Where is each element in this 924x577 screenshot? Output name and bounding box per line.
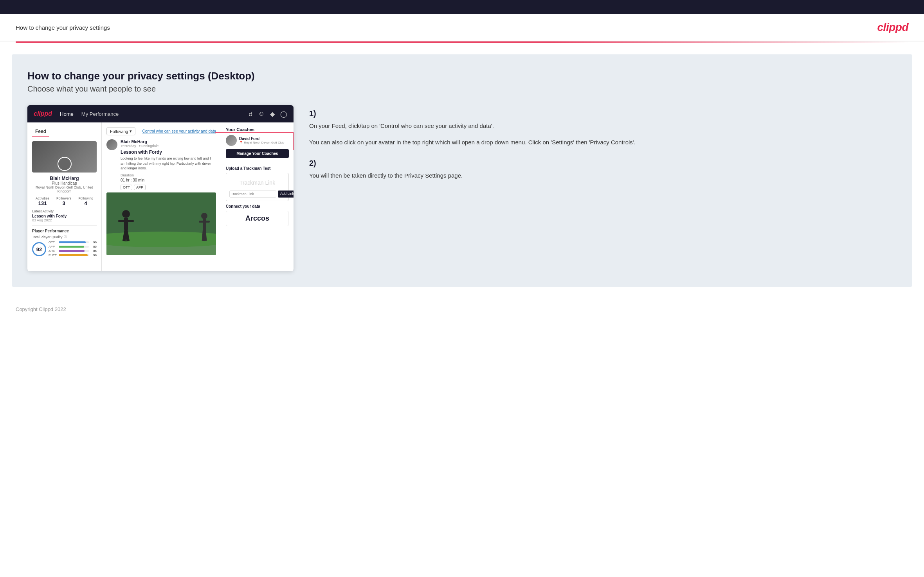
profile-stats: Activities 131 Followers 3 Following 4	[32, 196, 97, 206]
bar-putt-label: PUTT	[49, 253, 57, 257]
location-icon: 📍	[239, 141, 243, 144]
mock-nav-icons: ☌ ☺ ◆ ◯	[249, 110, 287, 118]
bar-app-fill	[59, 246, 84, 248]
stat-followers: Followers 3	[56, 196, 72, 206]
bar-arg-fill	[59, 250, 85, 252]
connect-section-title: Connect your data	[226, 204, 289, 209]
step1-text2: You can also click on your avatar in the…	[309, 138, 897, 147]
bar-ott-label: OTT	[49, 241, 57, 244]
chevron-down-icon: ▾	[130, 129, 132, 134]
duration-label: Duration	[121, 173, 216, 177]
avatar-icon[interactable]: ◯	[280, 110, 287, 118]
globe-icon[interactable]: ◆	[270, 110, 275, 118]
bar-arg: ARG 86	[49, 249, 97, 253]
svg-rect-6	[118, 220, 134, 222]
instruction-step1: 1) On your Feed, click/tap on 'Control w…	[309, 109, 897, 147]
mock-nav-home[interactable]: Home	[60, 111, 74, 117]
profile-handicap: Plus Handicap	[32, 181, 97, 185]
bar-putt-track	[59, 254, 89, 256]
stat-activities-value: 131	[36, 200, 50, 206]
stat-following-label: Following	[78, 196, 93, 200]
stat-following-value: 4	[78, 200, 93, 206]
manage-coaches-button[interactable]: Manage Your Coaches	[226, 149, 289, 158]
main-content: How to change your privacy settings (Des…	[12, 54, 912, 287]
bar-ott-val: 90	[90, 241, 97, 244]
duration-value: 01 hr : 30 min	[121, 178, 216, 182]
bar-arg-label: ARG	[49, 249, 57, 253]
post-title: Lesson with Fordy	[121, 149, 216, 155]
coach-info: David Ford 📍 Royal North Devon Golf Club	[239, 137, 284, 144]
instructions-panel: 1) On your Feed, click/tap on 'Control w…	[309, 105, 897, 196]
following-bar: Following ▾ Control who can see your act…	[106, 127, 216, 135]
accent-line	[16, 41, 908, 43]
search-icon[interactable]: ☌	[249, 110, 253, 118]
stat-followers-label: Followers	[56, 196, 72, 200]
coach-name: David Ford	[239, 137, 284, 141]
post-content: Blair McHarg Yesterday · Sunningdale Les…	[121, 139, 216, 192]
bar-app: APP 85	[49, 245, 97, 248]
svg-rect-5	[124, 218, 128, 230]
header: How to change your privacy settings clip…	[0, 14, 924, 41]
two-col-layout: clippd Home My Performance ☌ ☺ ◆ ◯ Feed	[27, 105, 897, 271]
tag-ott: OTT	[121, 185, 132, 190]
following-dropdown[interactable]: Following ▾	[106, 127, 135, 135]
profile-club: Royal North Devon Golf Club, United King…	[32, 185, 97, 193]
latest-activity-date: 03 Aug 2022	[32, 218, 97, 222]
profile-avatar	[58, 157, 72, 171]
svg-rect-13	[199, 221, 210, 223]
bar-putt: PUTT 96	[49, 253, 97, 257]
svg-point-4	[122, 210, 130, 218]
post-author-sub: Yesterday · Sunningdale	[121, 144, 216, 148]
stat-activities: Activities 131	[36, 196, 50, 206]
page-title: How to change your privacy settings	[16, 24, 110, 31]
bar-ott: OTT 90	[49, 241, 97, 244]
control-privacy-link[interactable]: Control who can see your activity and da…	[142, 129, 216, 133]
svg-point-9	[201, 213, 207, 219]
post-tags: OTT APP	[121, 185, 216, 190]
score-circle: 92	[32, 242, 46, 256]
step1-text1: On your Feed, click/tap on 'Control who …	[309, 121, 897, 131]
coach-avatar	[226, 135, 237, 146]
stat-activities-label: Activities	[36, 196, 50, 200]
bar-ott-track	[59, 241, 89, 243]
mock-navbar: clippd Home My Performance ☌ ☺ ◆ ◯	[27, 105, 294, 122]
bar-putt-val: 96	[90, 253, 97, 257]
step2-number: 2)	[309, 159, 897, 168]
following-label: Following	[110, 129, 128, 134]
bar-app-label: APP	[49, 245, 57, 248]
latest-activity-label: Latest Activity	[32, 209, 97, 213]
tag-app: APP	[134, 185, 146, 190]
bar-ott-fill	[59, 241, 86, 243]
latest-activity-name: Lesson with Fordy	[32, 214, 97, 218]
trackman-placeholder: Trackman Link	[229, 176, 285, 189]
stat-following: Following 4	[78, 196, 93, 206]
coach-club: 📍 Royal North Devon Golf Club	[239, 141, 284, 144]
mock-body: Feed Blair McHarg Plus Handicap Royal No…	[27, 122, 294, 271]
page-subheading: Choose what you want people to see	[27, 84, 897, 93]
trackman-input-row: Add Link	[229, 191, 285, 198]
mock-right-panel: Your Coaches David Ford 📍 Royal North De…	[221, 122, 294, 271]
add-link-button[interactable]: Add Link	[278, 191, 294, 198]
step2-text: You will then be taken directly to the P…	[309, 171, 897, 180]
bar-putt-fill	[59, 254, 88, 256]
instruction-step2: 2) You will then be taken directly to th…	[309, 159, 897, 180]
mock-sidebar: Feed Blair McHarg Plus Handicap Royal No…	[27, 122, 102, 271]
top-bar	[0, 0, 924, 14]
bar-app-val: 85	[90, 245, 97, 248]
bar-arg-track	[59, 250, 89, 252]
info-icon: ⓘ	[64, 235, 67, 239]
feed-tab[interactable]: Feed	[32, 127, 49, 137]
step1-number: 1)	[309, 109, 897, 118]
trackman-box: Trackman Link Add Link	[226, 173, 289, 201]
mock-feed: Following ▾ Control who can see your act…	[102, 122, 221, 271]
person-icon[interactable]: ☺	[258, 110, 265, 118]
logo: clippd	[877, 21, 908, 34]
quality-row: 92 OTT 90 APP	[32, 241, 97, 258]
app-mock: clippd Home My Performance ☌ ☺ ◆ ◯ Feed	[27, 105, 294, 271]
mock-nav-performance[interactable]: My Performance	[81, 111, 119, 117]
trackman-link-input[interactable]	[229, 191, 276, 198]
post-item: Blair McHarg Yesterday · Sunningdale Les…	[106, 139, 216, 192]
stat-followers-value: 3	[56, 200, 72, 206]
arccos-brand: Arccos	[226, 211, 289, 226]
golf-activity-image	[106, 192, 216, 255]
